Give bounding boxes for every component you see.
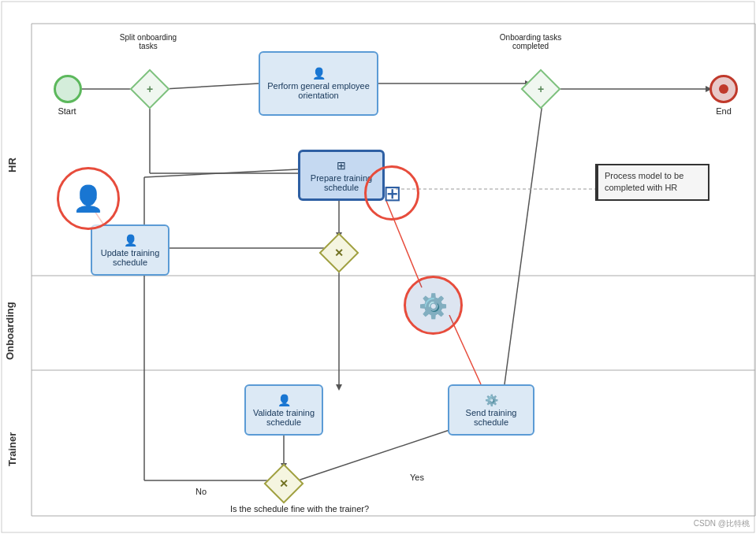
prepare-training-task[interactable]: ⊞ Prepare training schedule	[298, 150, 385, 201]
svg-marker-19	[336, 384, 342, 391]
person-icon: 👤	[312, 67, 326, 80]
end-label: End	[705, 106, 743, 116]
task-icon: ⊞	[337, 159, 346, 172]
split-gateway[interactable]: +	[130, 69, 170, 109]
watermark: CSDN @比特桃	[694, 518, 750, 529]
red-circle-person: 👤	[57, 167, 120, 230]
person-icon-2: 👤	[124, 234, 137, 247]
svg-line-33	[505, 103, 542, 384]
svg-line-39	[386, 201, 422, 287]
gear-icon: ⚙️	[485, 394, 498, 406]
start-event[interactable]	[54, 75, 82, 103]
check-gateway-1[interactable]: ✕	[319, 233, 359, 273]
is-schedule-fine-label: Is the schedule fine with the trainer?	[205, 504, 394, 514]
svg-line-40	[449, 315, 481, 384]
end-event[interactable]	[709, 75, 738, 103]
join-gateway-label: Onboarding tasks completed	[487, 33, 574, 50]
swimlane-trainer: Trainer	[6, 417, 30, 480]
person-icon-3: 👤	[277, 394, 291, 406]
check-gateway-2[interactable]: ✕	[264, 464, 304, 504]
validate-training-task[interactable]: 👤 Validate training schedule	[244, 384, 323, 436]
swimlane-onboarding: Onboarding	[4, 291, 28, 370]
perform-orientation-task[interactable]: 👤 Perform general employee orientation	[259, 51, 378, 116]
swimlane-hr: HR	[6, 79, 30, 252]
update-training-task[interactable]: 👤 Update training schedule	[91, 224, 169, 276]
red-circle-gear: ⚙️	[404, 276, 463, 335]
svg-line-31	[298, 425, 464, 480]
svg-line-9	[164, 83, 259, 89]
split-gateway-label: Split onboarding tasks	[117, 33, 180, 50]
svg-line-24	[144, 169, 298, 177]
yes-label: Yes	[410, 473, 424, 482]
no-label: No	[196, 487, 207, 496]
send-training-task[interactable]: ⚙️ Send training schedule	[448, 384, 534, 436]
annotation-box: Process model to be completed with HR	[595, 164, 709, 201]
join-gateway[interactable]: +	[521, 69, 561, 109]
diagram-container: HR Onboarding Trainer Start End Split on…	[0, 0, 756, 534]
start-label: Start	[47, 106, 87, 116]
